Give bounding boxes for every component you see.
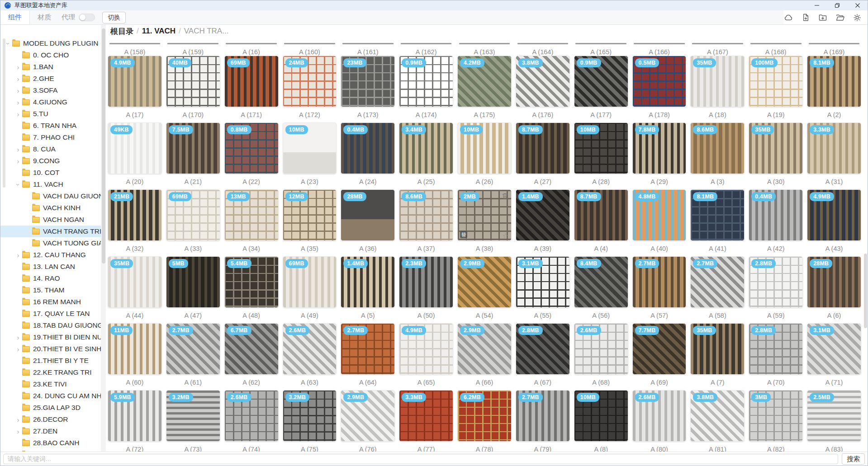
chevron-icon[interactable]: › bbox=[14, 75, 22, 82]
asset-card[interactable]: 0.9MB bbox=[399, 56, 453, 107]
breadcrumb-root[interactable]: 根目录 bbox=[110, 26, 133, 37]
tree-item[interactable]: 18.TAB DAU GIUONG bbox=[0, 320, 101, 331]
asset-card[interactable]: 3.2MB bbox=[283, 390, 337, 442]
asset-card[interactable]: 10MB bbox=[574, 122, 628, 174]
tree-item[interactable]: VACH NGAN bbox=[0, 214, 101, 226]
asset-card[interactable]: 3.3MB bbox=[399, 390, 453, 442]
asset-card[interactable]: 0.9MB bbox=[574, 56, 628, 107]
asset-card[interactable]: 8.1MB bbox=[807, 56, 861, 107]
asset-card[interactable]: 10MB bbox=[574, 390, 628, 442]
asset-card[interactable]: 7.5MB bbox=[166, 122, 220, 174]
tree-item[interactable]: VACH KINH bbox=[0, 202, 101, 214]
asset-card[interactable]: 5MB bbox=[166, 256, 220, 308]
asset-card[interactable]: 8.7MB bbox=[574, 189, 628, 241]
splitter-scrollbar-thumb[interactable] bbox=[102, 28, 105, 264]
asset-card[interactable]: 3.1MB bbox=[516, 256, 570, 308]
tree-item[interactable]: ›12. CAU THANG bbox=[0, 249, 101, 261]
tree-item[interactable]: ›27.DEN bbox=[0, 425, 101, 437]
proxy-toggle[interactable] bbox=[79, 14, 95, 21]
asset-card[interactable]: 2.3MB bbox=[399, 256, 453, 308]
asset-card[interactable]: 100MB bbox=[749, 56, 803, 107]
asset-card[interactable]: 1.4MB bbox=[516, 189, 570, 241]
asset-card[interactable]: 69MB bbox=[283, 256, 337, 308]
favorite-star-icon[interactable]: ☆ bbox=[503, 232, 509, 240]
tree-item[interactable]: 22.KE TRANG TRI bbox=[0, 367, 101, 378]
asset-card[interactable]: 2.8MB bbox=[516, 323, 570, 375]
tree-item[interactable]: 23.KE TIVI bbox=[0, 378, 101, 390]
asset-card[interactable]: 6.2MB bbox=[457, 390, 512, 442]
tree-item[interactable]: 21.THIET BI Y TE bbox=[0, 355, 101, 367]
asset-card[interactable]: 0.8MB bbox=[224, 122, 279, 174]
asset-card[interactable]: 0.4MB bbox=[749, 189, 803, 241]
asset-card[interactable]: 4.9MB bbox=[399, 323, 453, 375]
grid-scrollbar[interactable] bbox=[864, 254, 867, 328]
asset-card[interactable]: 4.8MB bbox=[632, 189, 687, 241]
asset-card[interactable]: 69MB bbox=[166, 189, 220, 241]
chevron-icon[interactable]: › bbox=[14, 87, 22, 94]
asset-card[interactable]: 2.7MB bbox=[166, 323, 220, 375]
asset-card[interactable]: 3.3MB bbox=[807, 122, 861, 174]
asset-card[interactable]: 12MB bbox=[283, 189, 337, 241]
tree-item[interactable]: ›MODEL DUNG PLUGIN bbox=[0, 38, 101, 49]
asset-card[interactable]: 4.2MB bbox=[457, 56, 512, 107]
asset-card[interactable]: 28MB bbox=[341, 189, 395, 241]
asset-card[interactable]: 3.2MB bbox=[166, 390, 220, 442]
asset-card[interactable]: 2.6MB bbox=[632, 390, 687, 442]
asset-card[interactable]: 23MB bbox=[341, 56, 395, 107]
tree-item[interactable]: 7. PHAO CHI bbox=[0, 132, 101, 143]
search-button[interactable]: 搜索 bbox=[842, 453, 865, 465]
asset-card[interactable]: 7.8MB bbox=[632, 122, 687, 174]
asset-card[interactable]: 3.1MB bbox=[807, 323, 861, 375]
asset-card[interactable]: 35MB bbox=[108, 256, 162, 308]
chevron-icon[interactable]: › bbox=[15, 180, 22, 188]
chevron-icon[interactable]: › bbox=[14, 64, 22, 71]
asset-card[interactable]: 2.8MB bbox=[749, 256, 803, 308]
asset-card[interactable]: 2.9MB bbox=[457, 256, 512, 308]
tree-item[interactable]: ›1.BAN bbox=[0, 61, 101, 73]
asset-card[interactable]: 4.9MB bbox=[108, 56, 162, 107]
tree-item[interactable]: ›19.THIET BI DIEN NUOC bbox=[0, 331, 101, 343]
chevron-icon[interactable]: › bbox=[14, 158, 22, 165]
asset-card[interactable]: 2.7MB bbox=[341, 323, 395, 375]
tree-item[interactable]: 25.GIA LAP 3D bbox=[0, 402, 101, 414]
tree-item[interactable]: ›8. CUA bbox=[0, 143, 101, 155]
asset-card[interactable]: 35MB bbox=[690, 56, 745, 107]
asset-card[interactable]: 1.4MB bbox=[341, 256, 395, 308]
asset-card[interactable]: 40MB bbox=[166, 56, 220, 107]
close-button[interactable] bbox=[847, 0, 868, 10]
trash-icon[interactable] bbox=[501, 192, 509, 200]
chevron-icon[interactable]: › bbox=[14, 346, 22, 353]
sidebar-scrollbar[interactable] bbox=[3, 38, 5, 188]
asset-card[interactable]: 2.6MB bbox=[283, 323, 337, 375]
tree-item[interactable]: 15. THAM bbox=[0, 284, 101, 296]
replace-icon[interactable]: 替 bbox=[460, 231, 467, 238]
chevron-icon[interactable]: › bbox=[5, 39, 12, 47]
tree-item[interactable]: ›4.GIUONG bbox=[0, 96, 101, 108]
tree-item[interactable]: 28.BAO CANH bbox=[0, 437, 101, 449]
asset-card[interactable]: 35MB bbox=[749, 122, 803, 174]
tree-item[interactable]: 6. TRAN NHA bbox=[0, 120, 101, 132]
tab-materials[interactable]: 材质 bbox=[30, 10, 59, 24]
chevron-icon[interactable]: › bbox=[14, 99, 22, 106]
open-folder-button[interactable] bbox=[835, 13, 845, 23]
asset-card[interactable]: 2.5MB bbox=[807, 390, 861, 442]
asset-card[interactable]: 6.7MB bbox=[224, 323, 279, 375]
tree-item-selected[interactable]: VACH TRANG TRI bbox=[0, 226, 101, 237]
asset-card[interactable]: 0.5MB bbox=[632, 56, 687, 107]
maximize-button[interactable] bbox=[827, 0, 847, 10]
tree-item[interactable]: ›20.THIET BI VE SINH bbox=[0, 343, 101, 355]
tree-item[interactable]: ›11. VACH bbox=[0, 179, 101, 190]
asset-card[interactable]: 2MB替☆ bbox=[457, 189, 512, 241]
asset-card[interactable]: 35MB bbox=[690, 323, 745, 375]
chevron-icon[interactable]: › bbox=[14, 452, 22, 452]
tree-item[interactable]: 24. DUNG CU AM NHA bbox=[0, 390, 101, 402]
asset-card[interactable]: 7.7MB bbox=[632, 323, 687, 375]
asset-card[interactable]: 10MB bbox=[283, 122, 337, 174]
tree-item[interactable]: ›9.CONG bbox=[0, 155, 101, 167]
tree-item[interactable]: ›5.TU bbox=[0, 108, 101, 120]
tree-item[interactable]: VACH DAU GIUONG bbox=[0, 190, 101, 202]
tree-item[interactable]: VACH TUONG GIA D bbox=[0, 237, 101, 249]
settings-button[interactable] bbox=[852, 13, 862, 23]
tab-components[interactable]: 组件 bbox=[0, 10, 30, 24]
asset-card[interactable]: 8.4MB bbox=[574, 256, 628, 308]
